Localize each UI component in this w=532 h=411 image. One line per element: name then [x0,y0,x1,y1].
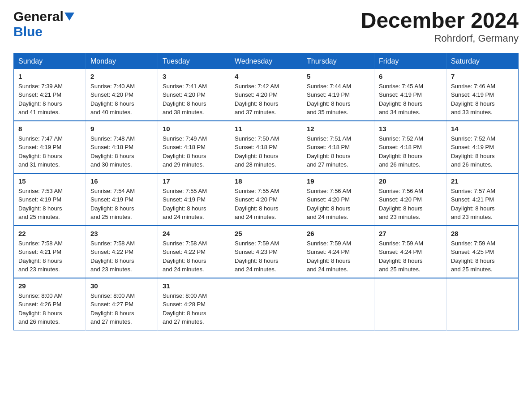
day-info: Sunrise: 7:58 AM Sunset: 4:22 PM Dayligh… [90,239,153,274]
day-number: 8 [18,125,81,133]
header-friday: Friday [374,53,446,69]
table-row: 5 Sunrise: 7:44 AM Sunset: 4:19 PM Dayli… [302,69,374,121]
day-number: 9 [90,125,153,133]
table-row: 1 Sunrise: 7:39 AM Sunset: 4:21 PM Dayli… [14,69,86,121]
day-number: 7 [451,73,514,80]
location-subtitle: Rohrdorf, Germany [361,33,519,44]
table-row: 6 Sunrise: 7:45 AM Sunset: 4:19 PM Dayli… [374,69,446,121]
day-info: Sunrise: 7:42 AM Sunset: 4:20 PM Dayligh… [235,82,297,117]
header-saturday: Saturday [446,53,519,69]
day-header-row: Sunday Monday Tuesday Wednesday Thursday… [14,53,519,69]
day-number: 6 [379,73,442,80]
day-info: Sunrise: 8:00 AM Sunset: 4:27 PM Dayligh… [90,291,153,326]
day-number: 23 [90,230,153,237]
header: General Blue December 2024 Rohrdorf, Ger… [13,9,519,44]
day-info: Sunrise: 7:59 AM Sunset: 4:24 PM Dayligh… [379,239,442,274]
table-row: 28 Sunrise: 7:59 AM Sunset: 4:25 PM Dayl… [446,226,519,278]
day-info: Sunrise: 8:00 AM Sunset: 4:28 PM Dayligh… [163,291,225,326]
header-sunday: Sunday [14,53,86,69]
table-row: 20 Sunrise: 7:56 AM Sunset: 4:20 PM Dayl… [374,173,446,226]
logo: General Blue [13,9,74,39]
day-number: 28 [451,230,514,237]
day-number: 30 [90,282,153,290]
table-row [230,278,302,330]
day-info: Sunrise: 7:58 AM Sunset: 4:21 PM Dayligh… [18,239,81,274]
table-row: 21 Sunrise: 7:57 AM Sunset: 4:21 PM Dayl… [446,173,519,226]
day-number: 13 [379,125,442,133]
day-info: Sunrise: 8:00 AM Sunset: 4:26 PM Dayligh… [18,291,81,326]
day-number: 12 [307,125,369,133]
day-info: Sunrise: 7:47 AM Sunset: 4:19 PM Dayligh… [18,134,81,169]
day-number: 1 [18,73,81,80]
day-info: Sunrise: 7:44 AM Sunset: 4:19 PM Dayligh… [307,82,369,117]
day-number: 31 [163,282,225,290]
day-number: 17 [163,177,225,185]
day-number: 27 [379,230,442,237]
table-row: 25 Sunrise: 7:59 AM Sunset: 4:23 PM Dayl… [230,226,302,278]
day-info: Sunrise: 7:56 AM Sunset: 4:20 PM Dayligh… [307,187,369,222]
table-row: 30 Sunrise: 8:00 AM Sunset: 4:27 PM Dayl… [86,278,158,330]
day-info: Sunrise: 7:53 AM Sunset: 4:19 PM Dayligh… [18,187,81,222]
day-number: 10 [163,125,225,133]
table-row [374,278,446,330]
day-number: 5 [307,73,369,80]
day-info: Sunrise: 7:52 AM Sunset: 4:18 PM Dayligh… [379,134,442,169]
day-info: Sunrise: 7:59 AM Sunset: 4:25 PM Dayligh… [451,239,514,274]
table-row: 7 Sunrise: 7:46 AM Sunset: 4:19 PM Dayli… [446,69,519,121]
table-row: 10 Sunrise: 7:49 AM Sunset: 4:18 PM Dayl… [158,121,230,173]
day-info: Sunrise: 7:51 AM Sunset: 4:18 PM Dayligh… [307,134,369,169]
day-info: Sunrise: 7:39 AM Sunset: 4:21 PM Dayligh… [18,82,81,117]
day-number: 14 [451,125,514,133]
day-info: Sunrise: 7:59 AM Sunset: 4:23 PM Dayligh… [235,239,297,274]
day-info: Sunrise: 7:54 AM Sunset: 4:19 PM Dayligh… [90,187,153,222]
day-number: 18 [235,177,297,185]
day-number: 21 [451,177,514,185]
table-row: 29 Sunrise: 8:00 AM Sunset: 4:26 PM Dayl… [14,278,86,330]
table-row: 13 Sunrise: 7:52 AM Sunset: 4:18 PM Dayl… [374,121,446,173]
table-row: 17 Sunrise: 7:55 AM Sunset: 4:19 PM Dayl… [158,173,230,226]
svg-marker-0 [64,13,74,21]
day-number: 15 [18,177,81,185]
table-row: 14 Sunrise: 7:52 AM Sunset: 4:19 PM Dayl… [446,121,519,173]
table-row: 8 Sunrise: 7:47 AM Sunset: 4:19 PM Dayli… [14,121,86,173]
logo-blue: Blue [13,24,43,39]
day-info: Sunrise: 7:50 AM Sunset: 4:18 PM Dayligh… [235,134,297,169]
table-row: 11 Sunrise: 7:50 AM Sunset: 4:18 PM Dayl… [230,121,302,173]
day-number: 3 [163,73,225,80]
table-row: 4 Sunrise: 7:42 AM Sunset: 4:20 PM Dayli… [230,69,302,121]
table-row: 15 Sunrise: 7:53 AM Sunset: 4:19 PM Dayl… [14,173,86,226]
header-monday: Monday [86,53,158,69]
day-number: 26 [307,230,369,237]
table-row: 2 Sunrise: 7:40 AM Sunset: 4:20 PM Dayli… [86,69,158,121]
day-info: Sunrise: 7:45 AM Sunset: 4:19 PM Dayligh… [379,82,442,117]
day-info: Sunrise: 7:57 AM Sunset: 4:21 PM Dayligh… [451,187,514,222]
table-row: 9 Sunrise: 7:48 AM Sunset: 4:18 PM Dayli… [86,121,158,173]
day-info: Sunrise: 7:55 AM Sunset: 4:19 PM Dayligh… [163,187,225,222]
day-number: 25 [235,230,297,237]
day-info: Sunrise: 7:58 AM Sunset: 4:22 PM Dayligh… [163,239,225,274]
table-row: 3 Sunrise: 7:41 AM Sunset: 4:20 PM Dayli… [158,69,230,121]
calendar-body: 1 Sunrise: 7:39 AM Sunset: 4:21 PM Dayli… [14,69,519,330]
table-row: 26 Sunrise: 7:59 AM Sunset: 4:24 PM Dayl… [302,226,374,278]
table-row: 19 Sunrise: 7:56 AM Sunset: 4:20 PM Dayl… [302,173,374,226]
title-area: December 2024 Rohrdorf, Germany [361,9,519,44]
logo-general: General [13,9,64,24]
calendar-week-row: 8 Sunrise: 7:47 AM Sunset: 4:19 PM Dayli… [14,121,519,173]
day-info: Sunrise: 7:46 AM Sunset: 4:19 PM Dayligh… [451,82,514,117]
table-row: 27 Sunrise: 7:59 AM Sunset: 4:24 PM Dayl… [374,226,446,278]
header-wednesday: Wednesday [230,53,302,69]
header-thursday: Thursday [302,53,374,69]
month-year-title: December 2024 [361,9,519,33]
table-row [302,278,374,330]
day-info: Sunrise: 7:48 AM Sunset: 4:18 PM Dayligh… [90,134,153,169]
table-row [446,278,519,330]
day-number: 24 [163,230,225,237]
table-row: 22 Sunrise: 7:58 AM Sunset: 4:21 PM Dayl… [14,226,86,278]
logo-triangle-icon [64,13,74,21]
calendar-header: Sunday Monday Tuesday Wednesday Thursday… [14,53,519,69]
calendar-week-row: 29 Sunrise: 8:00 AM Sunset: 4:26 PM Dayl… [14,278,519,330]
day-number: 11 [235,125,297,133]
day-info: Sunrise: 7:55 AM Sunset: 4:20 PM Dayligh… [235,187,297,222]
table-row: 24 Sunrise: 7:58 AM Sunset: 4:22 PM Dayl… [158,226,230,278]
day-number: 29 [18,282,81,290]
